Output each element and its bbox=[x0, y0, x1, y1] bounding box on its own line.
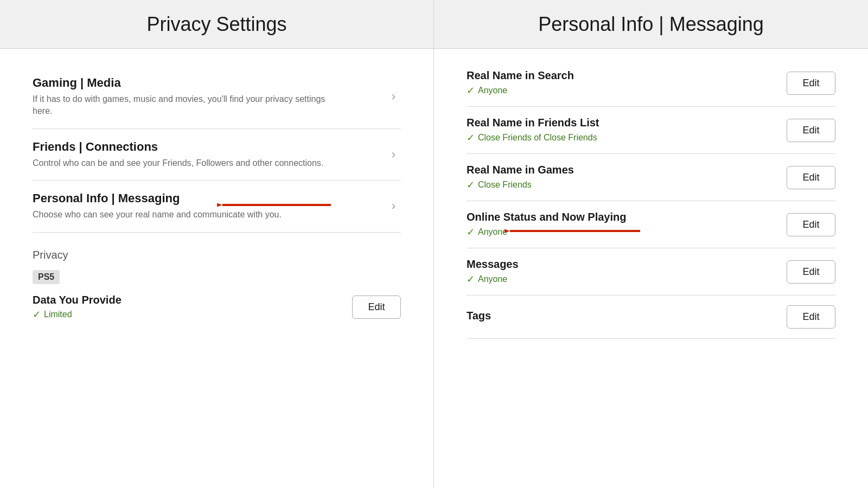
red-arrow-annotation-right bbox=[505, 220, 646, 244]
red-arrow-right-svg bbox=[505, 220, 646, 242]
chevron-icon: › bbox=[392, 147, 395, 162]
header-left: Privacy Settings bbox=[0, 0, 434, 48]
tags-label: Tags bbox=[467, 310, 491, 322]
messages-value: ✓ Anyone bbox=[467, 273, 519, 285]
setting-row-real-name-friends: Real Name in Friends List ✓ Close Friend… bbox=[467, 107, 835, 154]
setting-info-tags: Tags bbox=[467, 310, 491, 325]
check-icon: ✓ bbox=[467, 132, 475, 144]
setting-info-real-name-search: Real Name in Search ✓ Anyone bbox=[467, 69, 574, 97]
real-name-games-edit-button[interactable]: Edit bbox=[787, 166, 835, 189]
messages-label: Messages bbox=[467, 258, 519, 271]
check-icon: ✓ bbox=[33, 309, 41, 320]
real-name-search-value: ✓ Anyone bbox=[467, 85, 574, 97]
privacy-info: Data You Provide ✓ Limited bbox=[33, 294, 122, 320]
check-icon: ✓ bbox=[467, 226, 475, 238]
setting-row-messages: Messages ✓ Anyone Edit bbox=[467, 248, 835, 296]
header-right: Personal Info | Messaging bbox=[434, 0, 868, 48]
check-icon: ✓ bbox=[467, 273, 475, 285]
privacy-settings-title: Privacy Settings bbox=[146, 13, 286, 36]
setting-info-messages: Messages ✓ Anyone bbox=[467, 258, 519, 285]
check-icon: ✓ bbox=[467, 85, 475, 97]
setting-info-real-name-friends: Real Name in Friends List ✓ Close Friend… bbox=[467, 117, 599, 144]
privacy-section-title: Privacy bbox=[33, 249, 401, 261]
real-name-search-edit-button[interactable]: Edit bbox=[787, 72, 835, 95]
nav-item-friends-connections-desc: Control who can be and see your Friends,… bbox=[33, 157, 346, 169]
setting-row-real-name-games: Real Name in Games ✓ Close Friends Edit bbox=[467, 154, 835, 201]
online-status-value: ✓ Anyone bbox=[467, 226, 626, 238]
online-status-edit-button[interactable]: Edit bbox=[787, 213, 835, 236]
personal-info-title: Personal Info | Messaging bbox=[538, 13, 764, 36]
tags-edit-button[interactable]: Edit bbox=[787, 305, 835, 329]
nav-item-friends-connections[interactable]: Friends | Connections Control who can be… bbox=[33, 129, 401, 181]
real-name-friends-value: ✓ Close Friends of Close Friends bbox=[467, 132, 599, 144]
ps5-badge: PS5 bbox=[33, 270, 60, 284]
setting-row-real-name-search: Real Name in Search ✓ Anyone Edit bbox=[467, 60, 835, 107]
privacy-data-row: Data You Provide ✓ Limited Edit bbox=[33, 288, 401, 326]
data-you-provide-value-text: Limited bbox=[44, 310, 72, 319]
data-you-provide-edit-button[interactable]: Edit bbox=[352, 296, 401, 319]
right-panel: Real Name in Search ✓ Anyone Edit Real N… bbox=[434, 49, 868, 488]
nav-item-personal-info-title: Personal Info | Messaging bbox=[33, 191, 401, 206]
privacy-section: Privacy PS5 Data You Provide ✓ Limited E… bbox=[33, 249, 401, 326]
messages-edit-button[interactable]: Edit bbox=[787, 260, 835, 284]
real-name-friends-value-text: Close Friends of Close Friends bbox=[478, 133, 597, 143]
real-name-games-value-text: Close Friends bbox=[478, 180, 532, 190]
check-icon: ✓ bbox=[467, 179, 475, 191]
setting-row-tags: Tags Edit bbox=[467, 296, 835, 339]
nav-item-gaming-media-desc: If it has to do with games, music and mo… bbox=[33, 93, 346, 118]
nav-item-personal-info[interactable]: Personal Info | Messaging Choose who can… bbox=[33, 181, 401, 232]
messages-value-text: Anyone bbox=[478, 274, 507, 284]
left-panel: Gaming | Media If it has to do with game… bbox=[0, 49, 434, 488]
real-name-games-value: ✓ Close Friends bbox=[467, 179, 574, 191]
real-name-search-value-text: Anyone bbox=[478, 86, 507, 95]
data-you-provide-value: ✓ Limited bbox=[33, 309, 122, 320]
nav-item-gaming-media-title: Gaming | Media bbox=[33, 76, 401, 90]
setting-info-real-name-games: Real Name in Games ✓ Close Friends bbox=[467, 164, 574, 191]
online-status-label: Online Status and Now Playing bbox=[467, 211, 626, 223]
real-name-games-label: Real Name in Games bbox=[467, 164, 574, 176]
real-name-search-label: Real Name in Search bbox=[467, 69, 574, 82]
chevron-icon: › bbox=[392, 89, 395, 104]
nav-item-friends-connections-title: Friends | Connections bbox=[33, 140, 401, 154]
chevron-icon: › bbox=[392, 199, 395, 213]
nav-item-gaming-media[interactable]: Gaming | Media If it has to do with game… bbox=[33, 65, 401, 129]
real-name-friends-label: Real Name in Friends List bbox=[467, 117, 599, 129]
setting-row-online-status: Online Status and Now Playing ✓ Anyone bbox=[467, 201, 835, 248]
setting-info-online-status: Online Status and Now Playing ✓ Anyone bbox=[467, 211, 626, 238]
main-content: Gaming | Media If it has to do with game… bbox=[0, 49, 868, 488]
header: Privacy Settings Personal Info | Messagi… bbox=[0, 0, 868, 49]
real-name-friends-edit-button[interactable]: Edit bbox=[787, 119, 835, 142]
nav-item-personal-info-desc: Choose who can see your real name and co… bbox=[33, 209, 346, 221]
online-status-value-text: Anyone bbox=[478, 227, 507, 237]
data-you-provide-label: Data You Provide bbox=[33, 294, 122, 306]
